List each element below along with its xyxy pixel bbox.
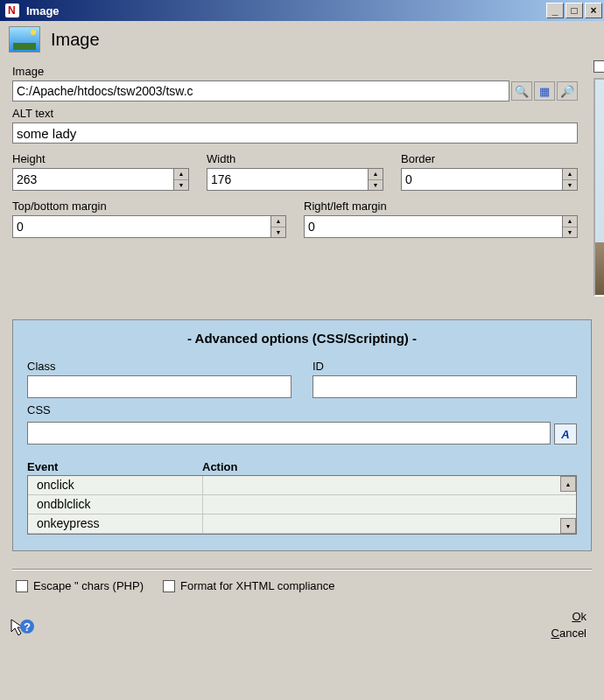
event-name: onclick xyxy=(28,476,203,494)
rl-margin-spin-up[interactable]: ▲ xyxy=(563,216,577,228)
height-label: Height xyxy=(12,152,189,165)
magnifier-icon: 🔍 xyxy=(515,85,529,98)
css-input[interactable] xyxy=(27,422,551,444)
xhtml-checkbox[interactable] xyxy=(163,580,175,592)
scroll-down-button[interactable]: ▼ xyxy=(560,518,576,534)
ok-button[interactable]: Ok xyxy=(551,610,586,623)
image-path-input[interactable] xyxy=(12,80,509,102)
width-input[interactable] xyxy=(207,168,368,191)
css-edit-button[interactable]: A xyxy=(554,424,577,444)
page-title: Image xyxy=(51,30,100,50)
browse-button[interactable]: 🔍 xyxy=(511,81,532,101)
cancel-button[interactable]: Cancel xyxy=(551,626,586,640)
close-button[interactable]: × xyxy=(585,3,602,18)
refresh-button[interactable]: 🔎 xyxy=(557,81,578,101)
image-icon xyxy=(9,26,40,52)
cancel-label-tail: ancel xyxy=(559,626,586,640)
id-input[interactable] xyxy=(313,375,577,398)
help-button[interactable]: ? xyxy=(9,617,35,640)
css-label: CSS xyxy=(27,403,577,416)
rl-margin-input[interactable] xyxy=(304,215,562,238)
width-label: Width xyxy=(207,152,383,165)
tb-margin-input[interactable] xyxy=(12,215,270,238)
border-spin-up[interactable]: ▲ xyxy=(563,169,577,180)
event-name: onkeypress xyxy=(28,514,203,533)
library-button[interactable]: ▦ xyxy=(534,81,555,101)
table-row[interactable]: ondblclick xyxy=(28,495,576,514)
search-doc-icon: 🔎 xyxy=(560,85,574,98)
escape-chars-checkbox[interactable] xyxy=(16,580,28,592)
escape-chars-label: Escape " chars (PHP) xyxy=(33,579,144,592)
dialog-header: Image xyxy=(0,21,604,60)
id-label: ID xyxy=(313,360,577,373)
maximize-button[interactable]: □ xyxy=(565,3,583,18)
height-input[interactable] xyxy=(12,168,173,191)
border-input[interactable] xyxy=(401,168,562,191)
table-row[interactable]: onkeypress xyxy=(28,514,576,534)
rl-margin-spin-down[interactable]: ▼ xyxy=(563,228,577,238)
event-action[interactable] xyxy=(203,514,576,533)
height-spin-down[interactable]: ▼ xyxy=(174,180,188,191)
alt-text-label: ALT text xyxy=(12,107,578,120)
window-titlebar: Image _ □ × xyxy=(0,0,604,21)
event-name: ondblclick xyxy=(28,495,203,514)
alt-text-input[interactable] xyxy=(12,122,578,144)
rl-margin-label: Right/left margin xyxy=(304,200,578,213)
border-label: Border xyxy=(401,152,578,165)
minimize-button[interactable]: _ xyxy=(546,3,564,18)
class-input[interactable] xyxy=(27,375,291,398)
advanced-options-panel: - Advanced options (CSS/Scripting) - Cla… xyxy=(12,319,592,551)
svg-text:?: ? xyxy=(24,620,31,634)
width-spin-down[interactable]: ▼ xyxy=(369,180,383,191)
xhtml-label: Format for XHTML compliance xyxy=(180,579,335,592)
window-title: Image xyxy=(26,4,546,18)
border-spin-down[interactable]: ▼ xyxy=(563,180,577,191)
grid-icon: ▦ xyxy=(539,85,550,98)
height-spin-up[interactable]: ▲ xyxy=(174,169,188,180)
stretch-checkbox[interactable] xyxy=(593,60,604,73)
font-style-icon: A xyxy=(561,428,569,441)
ok-label-tail: k xyxy=(581,610,587,623)
tb-margin-spin-down[interactable]: ▼ xyxy=(271,228,285,238)
advanced-title: - Advanced options (CSS/Scripting) - xyxy=(27,331,577,346)
action-column-header: Action xyxy=(202,460,577,473)
class-label: Class xyxy=(27,360,291,373)
separator xyxy=(12,569,592,570)
help-cursor-icon: ? xyxy=(10,618,34,639)
image-path-label: Image xyxy=(12,65,578,78)
table-row[interactable]: onclick xyxy=(28,476,576,495)
app-icon xyxy=(5,4,19,18)
event-action[interactable] xyxy=(203,495,576,514)
tb-margin-spin-up[interactable]: ▲ xyxy=(271,216,285,228)
event-action[interactable] xyxy=(203,476,576,494)
scroll-up-button[interactable]: ▲ xyxy=(560,476,576,492)
event-column-header: Event xyxy=(27,460,202,473)
image-preview xyxy=(593,78,604,297)
event-table: onclick ondblclick onkeypress ▲ ▼ xyxy=(27,475,577,535)
tb-margin-label: Top/bottom margin xyxy=(12,200,286,213)
width-spin-up[interactable]: ▲ xyxy=(369,169,383,180)
